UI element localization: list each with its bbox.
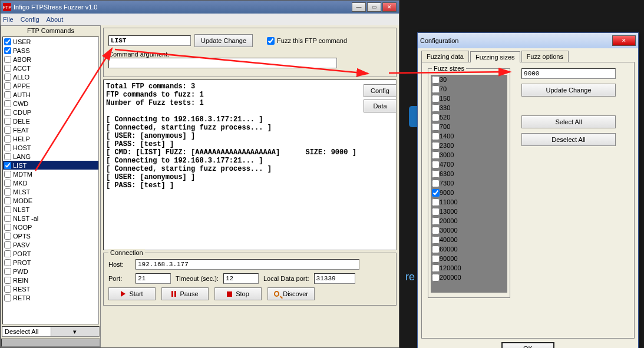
ftp-command-checkbox[interactable] [4,250,11,257]
ftp-command-row[interactable]: DELE [3,117,98,125]
fuzz-size-checkbox[interactable] [432,104,440,112]
ftp-command-checkbox[interactable] [4,82,11,90]
fuzz-size-checkbox[interactable] [432,123,440,131]
ftp-command-checkbox[interactable] [4,162,11,169]
stop-button[interactable]: Stop [214,287,262,300]
fuzz-size-row[interactable]: 4700 [431,160,507,169]
fuzz-size-row[interactable]: 1400 [431,131,507,141]
ftp-command-checkbox[interactable] [4,47,11,54]
fuzz-size-row[interactable]: 20000 [431,216,507,226]
fuzz-size-checkbox[interactable] [432,208,440,216]
fuzz-size-checkbox[interactable] [432,85,440,93]
fuzz-size-row[interactable]: 2300 [431,141,507,150]
ftp-command-checkbox[interactable] [4,241,11,248]
ftp-command-checkbox[interactable] [4,91,11,98]
ftp-command-checkbox[interactable] [4,74,11,81]
ftp-command-row[interactable]: PASS [3,46,98,55]
fuzz-size-checkbox[interactable] [432,274,440,281]
ftp-command-row[interactable]: RETR [3,293,98,302]
ftp-command-checkbox[interactable] [4,224,11,231]
ftp-command-checkbox[interactable] [4,118,11,125]
fuzz-size-row[interactable]: 200000 [431,273,507,282]
fuzz-size-row[interactable]: 11000 [431,197,507,207]
data-button[interactable]: Data [364,100,397,112]
fuzz-size-row[interactable]: 520 [431,112,507,122]
command-input[interactable] [108,35,191,46]
ftp-command-row[interactable]: LIST [3,161,98,170]
tab-fuzzing-data[interactable]: Fuzzing data [421,51,469,62]
minimize-button[interactable]: — [352,2,366,12]
fuzz-size-checkbox[interactable] [432,189,440,197]
ftp-command-row[interactable]: CWD [3,99,98,108]
fuzz-size-row[interactable]: 120000 [431,263,507,273]
fuzz-size-checkbox[interactable] [432,161,440,168]
ftp-command-checkbox[interactable] [4,286,11,293]
select-all-button[interactable]: Select All [521,115,616,128]
ftp-command-row[interactable]: PROT [3,258,98,267]
ftp-command-checkbox[interactable] [4,100,11,107]
ftp-command-checkbox[interactable] [4,197,11,204]
fuzz-size-checkbox[interactable] [432,246,440,253]
deselect-all-combo[interactable]: Deselect All ▾ [2,326,100,337]
start-button[interactable]: Start [108,287,156,300]
main-titlebar[interactable]: FTP Infigo FTPStress Fuzzer v1.0 — ▭ ✕ [1,1,399,14]
ftp-command-row[interactable]: REST [3,284,98,293]
fuzz-size-row[interactable]: 90000 [431,254,507,263]
fuzz-size-row[interactable]: 700 [431,122,507,131]
ftp-command-checkbox[interactable] [4,268,11,275]
fuzz-size-checkbox[interactable] [432,198,440,206]
ftp-command-row[interactable]: OPTS [3,231,98,240]
fuzz-size-checkbox[interactable] [432,114,440,121]
fuzz-size-checkbox[interactable] [432,142,440,150]
config-deselect-all-button[interactable]: Deselect All [521,133,616,146]
fuzz-size-row[interactable]: 13000 [431,207,507,216]
ftp-command-row[interactable]: MKD [3,178,98,187]
ftp-command-row[interactable]: PASV [3,240,98,249]
ftp-command-row[interactable]: MODE [3,196,98,205]
localport-input[interactable] [314,273,355,284]
menu-config[interactable]: Config [21,16,39,23]
ftp-command-row[interactable]: HELP [3,134,98,143]
ftp-command-checkbox[interactable] [4,215,11,222]
fuzz-size-checkbox[interactable] [432,151,440,159]
ftp-command-checkbox[interactable] [4,294,11,301]
ftp-command-checkbox[interactable] [4,171,11,178]
ftp-command-row[interactable]: USER [3,37,98,46]
fuzz-command-checkbox[interactable]: Fuzz this FTP command [267,37,347,45]
fuzz-command-checkbox-input[interactable] [267,37,275,45]
ftp-command-row[interactable]: AUTH [3,90,98,99]
ftp-command-row[interactable]: MDTM [3,170,98,178]
ftp-command-checkbox[interactable] [4,277,11,284]
config-titlebar[interactable]: Configuration ✕ [418,33,638,48]
fuzz-size-checkbox[interactable] [432,217,440,225]
maximize-button[interactable]: ▭ [367,2,381,12]
ftp-command-row[interactable]: NLST [3,205,98,214]
fuzz-size-row[interactable]: 60000 [431,244,507,254]
ftp-command-row[interactable]: LANG [3,152,98,161]
command-argument-input[interactable] [108,58,337,68]
ftp-command-row[interactable]: CDUP [3,108,98,117]
ftp-command-row[interactable]: APPE [3,81,98,90]
ftp-command-checkbox[interactable] [4,65,11,72]
fuzz-size-checkbox[interactable] [432,236,440,244]
tab-fuzz-options[interactable]: Fuzz options [521,51,569,62]
ftp-command-checkbox[interactable] [4,259,11,266]
ftp-command-row[interactable]: HOST [3,143,98,152]
update-change-button[interactable]: Update Change [194,34,253,47]
fuzz-size-checkbox[interactable] [432,95,440,102]
fuzz-size-checkbox[interactable] [432,132,440,140]
tab-fuzzing-sizes[interactable]: Fuzzing sizes [470,51,520,62]
menu-file[interactable]: File [3,16,14,23]
chevron-down-icon[interactable]: ▾ [51,327,100,336]
menu-about[interactable]: About [47,16,64,23]
fuzz-size-row[interactable]: 6300 [431,169,507,178]
ftp-command-checkbox[interactable] [4,144,11,151]
timeout-input[interactable] [223,273,259,284]
fuzz-size-checkbox[interactable] [432,255,440,263]
fuzz-size-row[interactable]: 3000 [431,150,507,160]
ftp-command-row[interactable]: PORT [3,249,98,258]
ftp-command-checkbox[interactable] [4,180,11,187]
ftp-command-row[interactable]: ABOR [3,55,98,64]
ftp-command-row[interactable]: NLST -al [3,214,98,223]
fuzz-size-row[interactable]: 7300 [431,178,507,188]
